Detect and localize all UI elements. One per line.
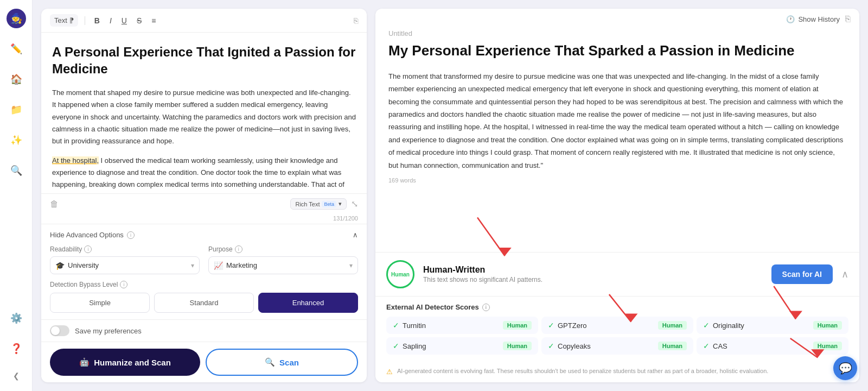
detector-copyleaks: ✓ Copyleaks Human (541, 337, 693, 355)
right-paragraph: The moment that transformed my desire to… (388, 70, 846, 172)
scan-text: Human-Written This text shows no signifi… (423, 265, 542, 283)
char-count: 131/1200 (41, 214, 367, 224)
sidebar-item-search[interactable]: 🔍 (7, 161, 26, 180)
sapling-label: Sapling (403, 342, 426, 350)
editor-body[interactable]: A Personal Experience That Ignited a Pas… (41, 33, 367, 193)
humanize-scan-label: Humanize and Scan (94, 358, 171, 367)
save-preferences-row: Save my preferences (41, 319, 367, 342)
main-content: Text ⁋ B I U S ≡ ⎘ A Personal Experience… (33, 0, 868, 391)
humanize-scan-button[interactable]: 🤖 Humanize and Scan (50, 349, 200, 376)
advanced-options-toggle[interactable]: Hide Advanced Options i ∧ (50, 231, 358, 239)
readability-select-wrapper: 🎓 University (50, 256, 200, 274)
sidebar-collapse-button[interactable]: ❮ (10, 369, 23, 382)
turnitin-result: Human (503, 321, 532, 330)
human-badge-label: Human (391, 272, 410, 278)
right-copy-button[interactable]: ⎘ (845, 14, 851, 24)
disclaimer-text: AI-generated content is evolving fast. T… (397, 368, 768, 374)
scan-button[interactable]: 🔍 Scan (206, 349, 358, 376)
sidebar-item-sparkle[interactable]: ✨ (7, 130, 26, 150)
readability-info-icon[interactable]: i (84, 245, 92, 253)
list-button[interactable]: ≡ (149, 15, 158, 27)
detector-sapling: ✓ Sapling Human (386, 337, 538, 355)
options-row: Readability i 🎓 University Purpose i (50, 245, 358, 274)
delete-button[interactable]: 🗑 (50, 199, 59, 209)
purpose-select[interactable]: Marketing (208, 256, 358, 274)
editor-toolbar: Text ⁋ B I U S ≡ ⎘ (41, 9, 367, 33)
detector-gptzero: ✓ GPTZero Human (541, 317, 693, 334)
cas-check-icon: ✓ (703, 342, 710, 350)
text-label: Text (54, 16, 67, 24)
turnitin-label: Turnitin (403, 321, 426, 330)
save-prefs-toggle[interactable] (50, 325, 69, 336)
copy-button[interactable]: ⎘ (354, 16, 358, 25)
toggle-knob (51, 326, 60, 335)
originality-result: Human (813, 321, 842, 330)
readability-label: Readability i (50, 245, 200, 253)
cas-result: Human (813, 342, 842, 350)
cas-label: CAS (713, 342, 727, 350)
text-format-button[interactable]: Text ⁋ (50, 14, 78, 27)
paragraph-icon: ⁋ (69, 16, 74, 24)
scan-icon: 🔍 (265, 357, 275, 367)
copyleaks-check-icon: ✓ (548, 342, 554, 350)
copyleaks-label: Copyleaks (558, 342, 591, 350)
strikethrough-button[interactable]: S (134, 15, 144, 27)
bypass-enhanced-button[interactable]: Enhanced (258, 293, 358, 313)
bypass-buttons-group: Simple Standard Enhanced (50, 293, 358, 313)
toolbar-divider (85, 16, 85, 25)
detector-info-icon[interactable]: i (482, 304, 490, 311)
sidebar-item-settings[interactable]: ⚙️ (7, 308, 26, 328)
rich-text-badge[interactable]: Rich Text Beta ▾ (290, 198, 347, 210)
scan-result-bar: Human Human-Written This text shows no s… (375, 252, 859, 296)
italic-button[interactable]: I (107, 15, 114, 27)
bypass-standard-button[interactable]: Standard (154, 293, 254, 313)
purpose-select-wrapper: 📈 Marketing (208, 256, 358, 274)
highlight-hospital: At the hospital, (52, 156, 99, 165)
editor-title: A Personal Experience That Ignited a Pas… (52, 43, 356, 77)
history-icon: 🕐 (786, 15, 795, 23)
purpose-icon: 📈 (214, 261, 223, 270)
bold-button[interactable]: B (92, 15, 103, 27)
right-header: 🕐 Show History ⎘ (375, 9, 859, 29)
human-written-desc: This text shows no significant AI patter… (423, 276, 542, 283)
detector-originality: ✓ Originality Human (697, 317, 848, 334)
gptzero-result: Human (658, 321, 687, 330)
sidebar-item-folder[interactable]: 📁 (7, 100, 26, 119)
right-subtitle: Untitled (388, 29, 846, 37)
show-history-button[interactable]: 🕐 Show History (786, 15, 840, 23)
bypass-info-icon[interactable]: i (120, 281, 127, 288)
scan-for-ai-button[interactable]: Scan for AI (771, 264, 833, 284)
gptzero-label: GPTZero (558, 321, 586, 330)
human-written-title: Human-Written (423, 265, 542, 275)
readability-select[interactable]: University (50, 256, 200, 274)
beta-badge: Beta (322, 201, 336, 207)
underline-button[interactable]: U (119, 15, 130, 27)
gptzero-check-icon: ✓ (548, 321, 554, 330)
bypass-simple-button[interactable]: Simple (50, 293, 150, 313)
rich-text-label: Rich Text (295, 201, 320, 207)
sidebar-logo[interactable]: 🧙 (7, 9, 26, 28)
save-prefs-label: Save my preferences (75, 327, 142, 335)
disclaimer: ⚠ AI-generated content is evolving fast.… (375, 363, 859, 382)
detector-grid: ✓ Turnitin Human ✓ GPTZero Human ✓ Origi (386, 317, 848, 355)
sidebar-item-help[interactable]: ❓ (7, 339, 26, 358)
advanced-info-icon[interactable]: i (127, 231, 135, 239)
collapse-icon: ∧ (353, 231, 358, 239)
chat-icon: 💬 (839, 362, 852, 375)
chat-button[interactable]: 💬 (833, 356, 857, 380)
resize-button[interactable]: ⤡ (351, 199, 358, 209)
readability-icon: 🎓 (55, 261, 65, 270)
sapling-check-icon: ✓ (393, 342, 399, 350)
copyleaks-result: Human (658, 342, 687, 350)
detector-cas: ✓ CAS Human (697, 337, 848, 355)
action-buttons: 🤖 Humanize and Scan 🔍 Scan (41, 342, 367, 382)
editor-paragraph-2: At the hospital, I observed the medical … (52, 155, 356, 193)
scan-collapse-button[interactable]: ∧ (841, 268, 848, 280)
sidebar-item-home[interactable]: 🏠 (7, 70, 26, 89)
editor-paragraph-1: The moment that shaped my desire to purs… (52, 87, 356, 147)
warning-icon: ⚠ (386, 368, 393, 376)
purpose-info-icon[interactable]: i (235, 245, 242, 253)
scan-label: Scan (279, 358, 299, 367)
word-count: 169 words (388, 177, 846, 184)
sidebar-item-edit[interactable]: ✏️ (7, 39, 26, 59)
